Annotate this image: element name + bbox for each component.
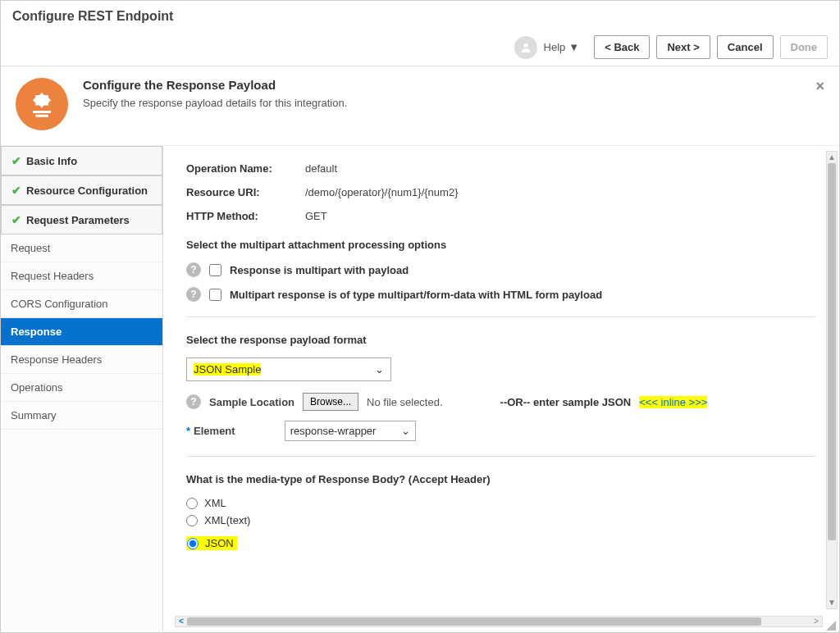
uri-value: /demo/{operator}/{num1}/{num2} [305, 186, 458, 198]
sidebar-item-label: Request Headers [11, 270, 94, 282]
sidebar: ✔Basic Info ✔Resource Configuration ✔Req… [1, 146, 163, 632]
scroll-thumb[interactable] [187, 617, 761, 626]
help-icon[interactable]: ? [186, 262, 201, 277]
sidebar-item-response[interactable]: Response [1, 318, 162, 346]
vertical-scrollbar[interactable]: ▲ ▼ [826, 151, 838, 609]
chevron-down-icon: ⌄ [401, 425, 410, 437]
user-avatar-icon[interactable] [514, 36, 537, 59]
multipart-payload-label: Response is multipart with payload [230, 264, 409, 276]
cancel-button[interactable]: Cancel [717, 35, 774, 59]
window-title: Configure REST Endpoint [1, 1, 839, 29]
multipart-formdata-label: Multipart response is of type multipart/… [230, 289, 602, 301]
toolbar: Help ▼ < Back Next > Cancel Done [1, 29, 839, 66]
wizard-icon [16, 78, 68, 130]
sidebar-item-label: Summary [11, 409, 57, 421]
divider [186, 316, 816, 317]
payload-format-title: Select the response payload format [186, 334, 816, 346]
scroll-right-icon[interactable]: > [810, 617, 822, 626]
help-label: Help [544, 41, 566, 53]
sidebar-item-label: Resource Configuration [26, 184, 148, 197]
sidebar-item-label: Request Parameters [26, 214, 130, 226]
sidebar-item-cors[interactable]: CORS Configuration [1, 290, 162, 318]
browse-button[interactable]: Browse... [303, 393, 358, 411]
media-json-label: JSON [205, 537, 234, 549]
sidebar-item-label: CORS Configuration [11, 298, 108, 310]
media-json-radio[interactable] [187, 538, 199, 549]
method-value: GET [305, 210, 327, 222]
no-file-text: No file selected. [367, 396, 443, 408]
scroll-down-icon[interactable]: ▼ [827, 597, 837, 608]
op-name-label: Operation Name: [186, 162, 305, 175]
media-xmltext-radio[interactable] [186, 515, 198, 526]
sidebar-item-label: Operations [11, 381, 63, 394]
sidebar-item-summary[interactable]: Summary [1, 402, 162, 430]
chevron-down-icon: ▼ [568, 41, 579, 53]
scroll-thumb[interactable] [828, 163, 836, 540]
inline-link[interactable]: <<< inline >>> [639, 396, 707, 408]
done-button: Done [780, 35, 829, 59]
sidebar-item-request[interactable]: Request [1, 235, 162, 262]
media-xml-label: XML [204, 497, 226, 509]
hero-panel: Configure the Response Payload Specify t… [1, 66, 839, 146]
hero-title: Configure the Response Payload [83, 78, 347, 92]
op-name-value: default [305, 162, 337, 175]
check-icon: ✔ [11, 213, 21, 226]
sidebar-item-request-headers[interactable]: Request Headers [1, 262, 162, 290]
scroll-up-icon[interactable]: ▲ [827, 152, 837, 163]
multipart-section-title: Select the multipart attachment processi… [186, 239, 816, 251]
sidebar-item-request-params[interactable]: ✔Request Parameters [1, 205, 162, 235]
payload-format-select[interactable]: JSON Sample ⌄ [186, 357, 391, 381]
media-xml-radio[interactable] [186, 498, 198, 509]
or-text: --OR-- enter sample JSON [500, 396, 632, 408]
method-label: HTTP Method: [186, 210, 305, 222]
sidebar-item-label: Request [11, 242, 50, 254]
sidebar-item-response-headers[interactable]: Response Headers [1, 346, 162, 374]
help-icon[interactable]: ? [186, 394, 201, 409]
divider [186, 456, 816, 457]
sidebar-item-basic-info[interactable]: ✔Basic Info [1, 146, 162, 175]
back-button[interactable]: < Back [594, 35, 650, 59]
media-type-title: What is the media-type of Response Body?… [186, 473, 816, 485]
help-icon[interactable]: ? [186, 287, 201, 302]
sample-location-label: Sample Location [209, 396, 294, 408]
sidebar-item-label: Basic Info [26, 155, 77, 167]
required-star: * [186, 425, 190, 437]
chevron-down-icon: ⌄ [375, 363, 384, 376]
sidebar-item-label: Response [11, 326, 62, 338]
scroll-left-icon[interactable]: < [176, 617, 187, 626]
check-icon: ✔ [11, 184, 21, 197]
svg-point-0 [523, 43, 527, 47]
payload-format-value: JSON Sample [194, 363, 261, 376]
uri-label: Resource URI: [186, 186, 305, 198]
horizontal-scrollbar[interactable]: < > [175, 616, 823, 627]
next-button[interactable]: Next > [656, 35, 710, 59]
resize-grip-icon[interactable] [823, 617, 836, 631]
main-content: Operation Name:default Resource URI:/dem… [163, 146, 839, 632]
hero-subtitle: Specify the response payload details for… [83, 97, 347, 109]
sidebar-item-resource-config[interactable]: ✔Resource Configuration [1, 175, 162, 205]
check-icon: ✔ [11, 154, 21, 167]
sidebar-item-label: Response Headers [11, 353, 102, 366]
element-select[interactable]: response-wrapper ⌄ [285, 421, 416, 441]
close-icon[interactable]: × [815, 78, 824, 95]
media-xmltext-label: XML(text) [204, 514, 250, 526]
element-label: Element [194, 425, 235, 437]
element-value: response-wrapper [290, 425, 377, 437]
multipart-payload-checkbox[interactable] [209, 264, 221, 276]
multipart-formdata-checkbox[interactable] [209, 289, 221, 301]
help-link[interactable]: Help ▼ [544, 41, 580, 53]
sidebar-item-operations[interactable]: Operations [1, 374, 162, 402]
